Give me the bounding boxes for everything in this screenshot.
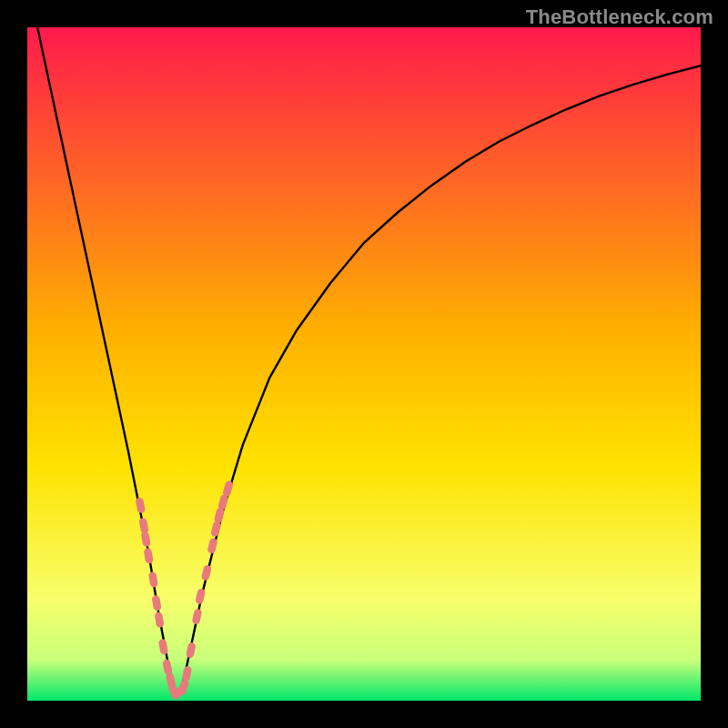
chart-frame: TheBottleneck.com	[0, 0, 728, 728]
bottleneck-chart	[27, 27, 701, 701]
gradient-background	[27, 27, 701, 701]
watermark-text: TheBottleneck.com	[526, 5, 713, 29]
